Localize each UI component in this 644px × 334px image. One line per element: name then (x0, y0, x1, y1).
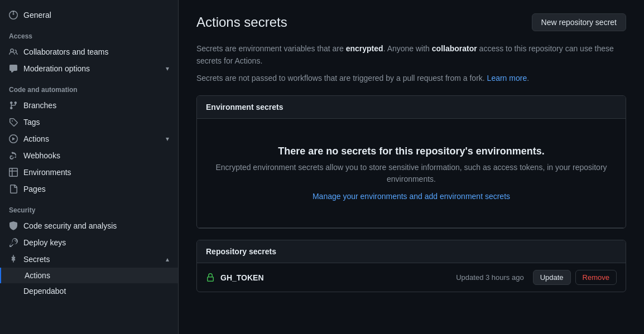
remove-secret-button[interactable]: Remove (575, 270, 617, 285)
empty-state-title: There are no secrets for this repository… (210, 146, 612, 157)
tag-icon (9, 118, 18, 127)
description-encrypted: encrypted (346, 44, 383, 53)
sidebar-item-collaborators[interactable]: Collaborators and teams (0, 43, 178, 60)
people-icon (9, 47, 18, 56)
description-mid: . Anyone with (383, 44, 432, 53)
comment-icon (9, 64, 18, 73)
update-secret-button[interactable]: Update (533, 270, 571, 285)
environment-secrets-header: Environment secrets (197, 96, 626, 119)
sidebar: General Access Collaborators and teams M… (0, 0, 179, 334)
sidebar-item-environments-label: Environments (23, 168, 71, 177)
sidebar-item-deploy-keys[interactable]: Deploy keys (0, 234, 178, 251)
main-content: Actions secrets New repository secret Se… (179, 0, 644, 334)
sidebar-item-branches-label: Branches (23, 101, 56, 110)
page-icon (9, 185, 18, 193)
sidebar-item-code-security-label: Code security and analysis (23, 221, 117, 230)
gear-icon (9, 11, 18, 20)
environment-secrets-empty-state: There are no secrets for this repository… (197, 119, 626, 228)
manage-environments-link[interactable]: Manage your environments and add environ… (313, 192, 510, 201)
environment-secrets-section: Environment secrets There are no secrets… (196, 95, 626, 229)
sidebar-item-tags-label: Tags (23, 118, 40, 127)
sidebar-sub-item-dependabot-label: Dependabot (23, 287, 66, 296)
sidebar-item-deploy-keys-label: Deploy keys (23, 238, 66, 247)
sidebar-section-code: Code and automation (0, 77, 178, 97)
repository-secrets-section: Repository secrets GH_TOKEN Updated 3 ho… (196, 240, 626, 292)
sidebar-item-branches[interactable]: Branches (0, 97, 178, 114)
sidebar-sub-item-dependabot[interactable]: Dependabot (0, 283, 178, 299)
lock-icon (206, 273, 215, 282)
asterisk-icon (9, 255, 18, 264)
chevron-down-icon: ▾ (166, 65, 169, 72)
sidebar-item-actions-label: Actions (23, 134, 49, 143)
sidebar-item-webhooks-label: Webhooks (23, 151, 60, 160)
learn-more-link[interactable]: Learn more (487, 74, 527, 83)
sidebar-item-collaborators-label: Collaborators and teams (23, 47, 109, 56)
sidebar-item-environments[interactable]: Environments (0, 164, 178, 181)
secret-updated: Updated 3 hours ago (456, 273, 523, 282)
sidebar-section-security: Security (0, 197, 178, 217)
table-icon (9, 168, 18, 177)
secret-row: GH_TOKEN Updated 3 hours ago Update Remo… (197, 263, 626, 292)
description-pre: Secrets are environment variables that a… (196, 44, 346, 53)
chevron-up-icon: ▴ (166, 255, 169, 263)
description-line2: Secrets are not passed to workflows that… (196, 72, 626, 84)
sidebar-item-webhooks[interactable]: Webhooks (0, 147, 178, 164)
sidebar-item-general[interactable]: General (0, 7, 178, 23)
branch-icon (9, 101, 18, 110)
sidebar-item-moderation[interactable]: Moderation options ▾ (0, 60, 178, 77)
description-line1: Secrets are environment variables that a… (196, 42, 626, 67)
empty-state-desc: Encrypted environment secrets allow you … (210, 162, 612, 185)
main-header: Actions secrets New repository secret (196, 13, 626, 31)
sidebar-item-general-label: General (23, 11, 51, 20)
sidebar-item-code-security[interactable]: Code security and analysis (0, 217, 178, 234)
sidebar-item-moderation-label: Moderation options (23, 64, 90, 73)
sidebar-item-pages[interactable]: Pages (0, 181, 178, 197)
sidebar-item-secrets-label: Secrets (23, 255, 50, 264)
sidebar-sub-item-actions[interactable]: Actions (0, 268, 178, 283)
repository-secrets-header: Repository secrets (197, 240, 626, 263)
new-repository-secret-button[interactable]: New repository secret (532, 13, 626, 31)
webhook-icon (9, 151, 18, 160)
description-fork-text: Secrets are not passed to workflows that… (196, 74, 487, 83)
secret-name: GH_TOKEN (220, 273, 456, 282)
play-icon (9, 134, 18, 143)
sidebar-item-secrets[interactable]: Secrets ▴ (0, 251, 178, 268)
sidebar-section-access: Access (0, 23, 178, 43)
sidebar-item-pages-label: Pages (23, 185, 46, 193)
shield-icon (9, 221, 18, 230)
page-title: Actions secrets (196, 14, 287, 30)
description-collaborator: collaborator (432, 44, 477, 53)
key-icon (9, 238, 18, 247)
sidebar-sub-item-actions-label: Actions (25, 271, 50, 280)
chevron-down-icon: ▾ (166, 135, 169, 143)
sidebar-item-actions[interactable]: Actions ▾ (0, 130, 178, 147)
sidebar-item-tags[interactable]: Tags (0, 114, 178, 130)
